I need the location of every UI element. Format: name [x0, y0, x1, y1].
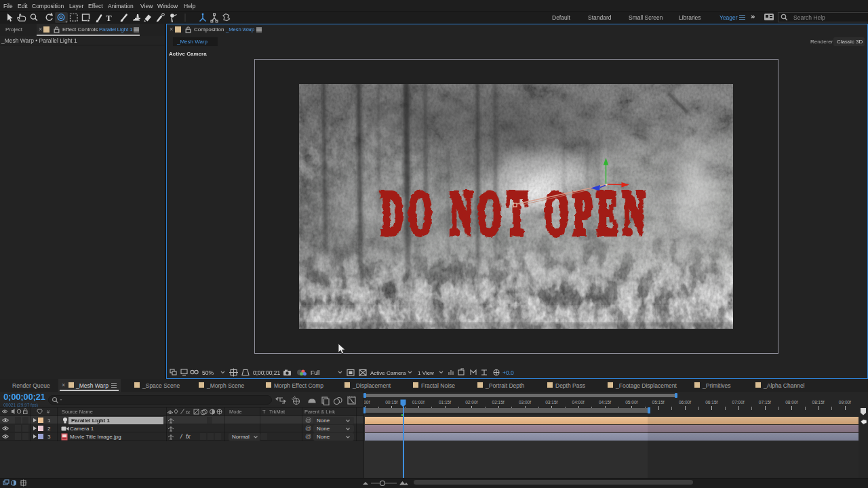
svg-text:50%: 50%: [202, 369, 214, 376]
svg-text:0;00;00;21: 0;00;00;21: [253, 369, 280, 376]
svg-text:Full: Full: [311, 369, 320, 376]
svg-text:+0.0: +0.0: [502, 369, 514, 376]
svg-text:#: #: [47, 409, 50, 415]
svg-text:fx: fx: [186, 409, 191, 415]
svg-text:1 View: 1 View: [418, 370, 434, 376]
svg-text:T: T: [106, 13, 112, 23]
svg-text:Active Camera: Active Camera: [370, 370, 406, 376]
svg-text:DO NOT OPEN: DO NOT OPEN: [381, 180, 645, 247]
